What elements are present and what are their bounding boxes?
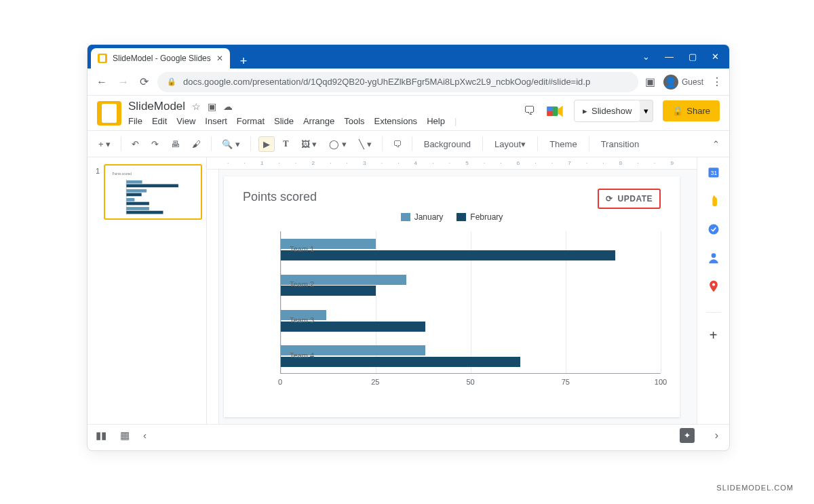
tab-strip: SlideModel - Google Slides ✕ + (88, 45, 247, 69)
slide-thumbnail-1[interactable]: 1 Points scored (104, 164, 202, 220)
paint-format-button[interactable]: 🖌 (188, 136, 205, 152)
menu-format[interactable]: Format (237, 116, 265, 126)
svg-text:Points scored: Points scored (113, 172, 132, 176)
thumb-preview: Points scored (109, 169, 197, 217)
update-label: UPDATE (618, 194, 653, 203)
star-icon[interactable]: ☆ (192, 101, 201, 112)
x-tick: 100 (655, 378, 667, 386)
move-icon[interactable]: ▣ (208, 101, 216, 112)
document-title[interactable]: SlideModel (128, 100, 185, 113)
svg-point-16 (711, 253, 716, 258)
maps-icon[interactable] (707, 279, 720, 293)
maximize-icon[interactable]: ▢ (689, 52, 697, 62)
menu-help[interactable]: Help (427, 116, 445, 126)
svg-rect-10 (126, 207, 149, 210)
back-button[interactable]: ← (94, 74, 109, 90)
window-controls: ⌄ — ▢ ✕ (642, 52, 729, 62)
legend-swatch-february (457, 213, 466, 221)
svg-rect-4 (126, 180, 142, 184)
menu-edit[interactable]: Edit (152, 116, 167, 126)
collapse-filmstrip-icon[interactable]: ‹ (143, 429, 147, 441)
transition-button[interactable]: Transition (596, 136, 645, 152)
category-label: Team 3 (280, 316, 314, 324)
menu-extensions[interactable]: Extensions (374, 116, 418, 126)
line-tool[interactable]: ╲ ▾ (355, 136, 376, 152)
tasks-icon[interactable] (707, 222, 720, 236)
meet-icon[interactable] (545, 102, 564, 121)
calendar-icon[interactable]: 31 (707, 166, 720, 179)
menu-slide[interactable]: Slide (274, 116, 294, 126)
menu-insert[interactable]: Insert (205, 116, 227, 126)
address-bar[interactable]: 🔒 docs.google.com/presentation/d/1Qqd92Q… (157, 72, 638, 92)
bar-february-team4 (281, 357, 520, 367)
slideshow-dropdown[interactable]: ▾ (640, 100, 653, 122)
print-button[interactable]: 🖶 (167, 136, 184, 152)
menu-bar: FileEditViewInsertFormatSlideArrangeTool… (128, 116, 517, 126)
profile-button[interactable]: 👤 Guest (663, 75, 703, 90)
x-tick: 50 (466, 378, 474, 386)
share-button[interactable]: 🔒 Share (663, 100, 720, 121)
legend-label-february: February (470, 212, 503, 222)
lock-icon: 🔒 (167, 77, 176, 86)
comment-tool[interactable]: 🗨 (389, 136, 406, 152)
grid-view-button[interactable]: ▦ (120, 429, 130, 442)
theme-button[interactable]: Theme (544, 136, 582, 152)
explore-button[interactable]: ✦ (680, 428, 695, 443)
svg-rect-2 (547, 111, 552, 116)
hide-sidepanel-icon[interactable]: › (715, 429, 718, 442)
new-slide-button[interactable]: + ▾ (94, 136, 115, 152)
new-tab-button[interactable]: + (240, 54, 248, 69)
avatar-icon: 👤 (663, 75, 678, 90)
x-tick: 0 (278, 378, 282, 386)
svg-point-15 (708, 225, 718, 235)
comments-icon[interactable]: 🗨 (524, 104, 536, 118)
side-panel: 31 + (697, 157, 729, 424)
image-tool[interactable]: 🖼 ▾ (297, 136, 322, 152)
slides-logo[interactable] (97, 101, 121, 125)
window-expand-icon[interactable]: ⌄ (642, 52, 650, 62)
browser-tab[interactable]: SlideModel - Google Slides ✕ (91, 48, 230, 69)
keep-icon[interactable] (707, 194, 720, 208)
update-chart-button[interactable]: ⟳ UPDATE (598, 189, 661, 209)
menu-view[interactable]: View (176, 116, 195, 126)
undo-button[interactable]: ↶ (128, 136, 143, 152)
layout-button[interactable]: Layout▾ (489, 136, 531, 152)
menu-arrange[interactable]: Arrange (303, 116, 334, 126)
svg-text:31: 31 (710, 170, 717, 176)
reload-button[interactable]: ⟳ (138, 73, 151, 90)
category-label: Team 4 (280, 351, 314, 360)
bottom-bar: ▮▮ ▦ ‹ ✦ › (88, 424, 729, 446)
slide-canvas[interactable]: Points scored ⟳ UPDATE January February … (224, 176, 680, 417)
minimize-icon[interactable]: — (665, 52, 674, 62)
cloud-status-icon[interactable]: ☁ (223, 101, 233, 112)
collapse-toolbar-icon[interactable]: ⌃ (710, 136, 722, 152)
contacts-icon[interactable] (707, 251, 720, 265)
slides-favicon (98, 54, 107, 63)
forward-button[interactable]: → (116, 74, 131, 90)
textbox-tool[interactable]: 𝐓 (279, 136, 293, 152)
window-toggle-icon[interactable]: ▣ (645, 75, 655, 88)
cursor-tool[interactable]: ▶ (258, 136, 275, 152)
tab-title: SlideModel - Google Slides (113, 54, 211, 63)
zoom-button[interactable]: 🔍 ▾ (218, 136, 244, 152)
svg-rect-6 (126, 189, 147, 193)
vertical-ruler (207, 170, 219, 424)
close-window-icon[interactable]: ✕ (712, 52, 719, 62)
titlebar: SlideModel - Google Slides ✕ + ⌄ — ▢ ✕ (88, 45, 729, 69)
background-button[interactable]: Background (419, 136, 476, 152)
close-tab-icon[interactable]: ✕ (216, 54, 223, 63)
svg-rect-8 (126, 198, 134, 201)
redo-button[interactable]: ↷ (147, 136, 163, 152)
addons-icon[interactable]: + (707, 328, 720, 341)
menu-file[interactable]: File (128, 116, 142, 126)
slideshow-label: Slideshow (592, 106, 632, 116)
shape-tool[interactable]: ◯ ▾ (325, 136, 351, 152)
profile-label: Guest (682, 77, 703, 87)
url-text: docs.google.com/presentation/d/1Qqd92QB2… (183, 77, 590, 87)
menu-tools[interactable]: Tools (344, 116, 364, 126)
chart-plot-area: Team 1Team 2Team 3Team 4 (243, 231, 661, 374)
filmstrip-view-button[interactable]: ▮▮ (96, 429, 106, 442)
slideshow-button[interactable]: ▸ Slideshow (574, 100, 640, 122)
kebab-menu-icon[interactable]: ⋮ (712, 75, 722, 88)
bar-february-team1 (281, 250, 615, 260)
